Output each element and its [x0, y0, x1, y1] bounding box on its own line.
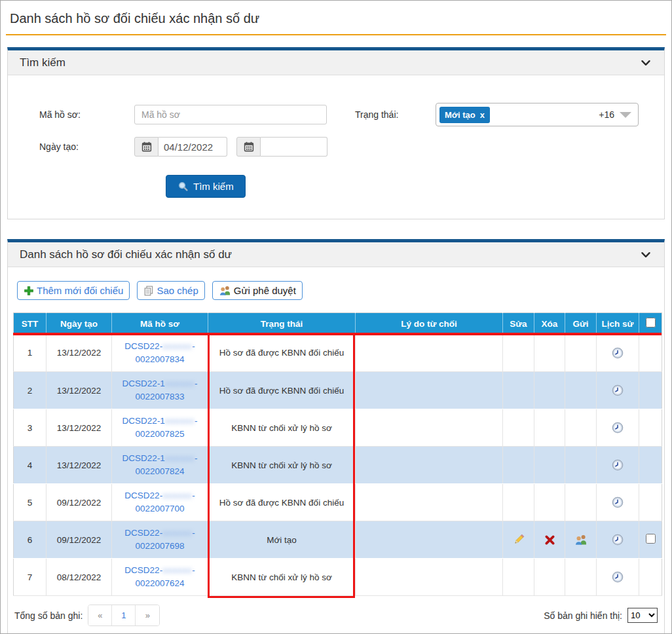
cell-code: DCSD22-xxxxxx-0022007834	[112, 335, 208, 372]
calendar-icon[interactable]	[134, 137, 159, 157]
cell-edit	[503, 447, 534, 484]
list-panel-header[interactable]: Danh sách hồ sơ đối chiếu xác nhận số dư	[8, 242, 664, 267]
send-approval-button[interactable]: Gửi phê duyệt	[212, 281, 303, 300]
cell-send	[565, 521, 597, 559]
cell-reason	[356, 335, 503, 372]
table-row: 3 13/12/2022 DCSD22-1xxxxxx-0022007825 K…	[14, 409, 662, 447]
redacted-text: xxxxxx	[165, 415, 195, 428]
record-link[interactable]: DCSD22-xxxxxx-0022007834	[124, 341, 195, 364]
status-label: Trạng thái:	[355, 109, 436, 120]
add-reconciliation-button[interactable]: Thêm mới đối chiếu	[17, 281, 130, 300]
cell-delete	[534, 409, 565, 447]
search-button[interactable]: Tìm kiếm	[166, 175, 246, 198]
cell-status: Hồ sơ đã được KBNN đối chiếu	[208, 372, 356, 409]
send-approval-label: Gửi phê duyệt	[234, 285, 296, 296]
code-input[interactable]	[134, 105, 327, 124]
date-from-input[interactable]	[159, 137, 227, 157]
people-icon	[219, 285, 231, 296]
col-stt: STT	[14, 313, 47, 335]
cell-delete	[534, 521, 565, 559]
pagination: « 1 »	[88, 605, 160, 626]
cell-date: 13/12/2022	[47, 409, 112, 447]
delete-x-icon[interactable]	[545, 535, 555, 545]
cell-status: Hồ sơ đã được KBNN đối chiếu	[208, 484, 356, 521]
table-header-row: STT Ngày tạo Mã hồ sơ Trạng thái Lý do t…	[14, 313, 662, 335]
cell-reason	[356, 409, 503, 447]
page-title: Danh sách hồ sơ đối chiếu xác nhận số dư	[10, 11, 671, 26]
redacted-text: xxxxxx	[162, 527, 192, 540]
cell-stt: 7	[14, 559, 47, 596]
page-root: Danh sách hồ sơ đối chiếu xác nhận số dư…	[0, 0, 672, 634]
date-to-input[interactable]	[261, 137, 327, 157]
redacted-text: xxxxxx	[162, 489, 192, 502]
cell-delete	[534, 372, 565, 409]
search-row-1: Mã hồ sơ: Trạng thái: Mới tạo x +16	[39, 103, 664, 126]
cell-code: DCSD22-xxxxxx-0022007698	[112, 521, 208, 559]
page-size-select[interactable]: 10	[627, 608, 658, 623]
table-row: 4 13/12/2022 DCSD22-1xxxxxx-0022007824 K…	[14, 447, 662, 484]
record-link[interactable]: DCSD22-1xxxxxx-0022007833	[122, 379, 198, 401]
dropdown-arrow-icon[interactable]	[620, 112, 631, 118]
cell-stt: 6	[14, 521, 47, 559]
cell-select	[639, 521, 662, 559]
list-toolbar: Thêm mới đối chiếu Sao chép	[8, 267, 664, 307]
redacted-text: xxxxxx	[165, 452, 195, 465]
page-prev-button[interactable]: «	[88, 605, 112, 625]
select-all-checkbox[interactable]	[646, 318, 656, 327]
record-link[interactable]: DCSD22-xxxxxx-0022007700	[124, 491, 195, 513]
row-checkbox[interactable]	[646, 534, 656, 544]
list-panel-title: Danh sách hồ sơ đối chiếu xác nhận số dư	[20, 248, 639, 261]
cell-send	[565, 409, 597, 447]
calendar-icon[interactable]	[236, 137, 261, 157]
cell-select	[639, 484, 662, 521]
record-link[interactable]: DCSD22-xxxxxx-0022007624	[124, 565, 195, 588]
cell-history	[597, 521, 639, 559]
cell-select	[639, 335, 662, 372]
col-select	[639, 313, 662, 335]
history-clock-icon[interactable]	[612, 459, 624, 471]
cell-select	[639, 559, 662, 596]
cell-send	[565, 335, 597, 372]
cell-edit	[503, 409, 534, 447]
history-clock-icon[interactable]	[612, 534, 624, 546]
record-link[interactable]: DCSD22-1xxxxxx-0022007825	[122, 416, 198, 439]
table-row: 2 13/12/2022 DCSD22-1xxxxxx-0022007833 H…	[14, 372, 662, 409]
history-clock-icon[interactable]	[612, 422, 624, 434]
table-row: 5 09/12/2022 DCSD22-xxxxxx-0022007700 Hồ…	[14, 484, 662, 521]
cell-code: DCSD22-1xxxxxx-0022007824	[112, 447, 208, 484]
table-row: 7 08/12/2022 DCSD22-xxxxxx-0022007624 KB…	[14, 559, 662, 596]
status-multiselect[interactable]: Mới tạo x +16	[436, 103, 639, 126]
history-clock-icon[interactable]	[612, 347, 624, 359]
plus-icon	[24, 286, 34, 296]
cell-code: DCSD22-1xxxxxx-0022007825	[112, 409, 208, 447]
history-clock-icon[interactable]	[612, 496, 624, 508]
cell-status: KBNN từ chối xử lý hồ sơ	[208, 447, 356, 484]
add-reconciliation-label: Thêm mới đối chiếu	[37, 285, 123, 296]
copy-button[interactable]: Sao chép	[137, 281, 204, 300]
cell-select	[639, 409, 662, 447]
page-number-button[interactable]: 1	[112, 605, 136, 625]
edit-pencil-icon[interactable]	[512, 533, 525, 546]
cell-send	[565, 447, 597, 484]
cell-delete	[534, 559, 565, 596]
search-row-2: Ngày tạo:	[39, 137, 664, 157]
history-clock-icon[interactable]	[612, 384, 624, 396]
chevron-down-icon[interactable]	[639, 248, 652, 261]
record-link[interactable]: DCSD22-1xxxxxx-0022007824	[122, 453, 198, 476]
records-table-wrap: STT Ngày tạo Mã hồ sơ Trạng thái Lý do t…	[13, 312, 659, 596]
search-panel-header[interactable]: Tìm kiếm	[8, 50, 664, 75]
cell-reason	[356, 521, 503, 559]
cell-reason	[356, 372, 503, 409]
cell-date: 09/12/2022	[47, 521, 112, 559]
status-more-count: +16	[599, 109, 614, 120]
send-people-icon[interactable]	[574, 534, 588, 546]
cell-status: Mới tạo	[208, 521, 356, 559]
table-row: 6 09/12/2022 DCSD22-xxxxxx-0022007698 Mớ…	[14, 521, 662, 559]
cell-edit	[503, 521, 534, 559]
cell-reason	[356, 559, 503, 596]
history-clock-icon[interactable]	[612, 571, 624, 583]
chevron-down-icon[interactable]	[639, 56, 652, 69]
page-next-button[interactable]: »	[136, 605, 159, 625]
status-tag-remove-icon[interactable]: x	[480, 110, 485, 120]
record-link[interactable]: DCSD22-xxxxxx-0022007698	[124, 528, 195, 551]
